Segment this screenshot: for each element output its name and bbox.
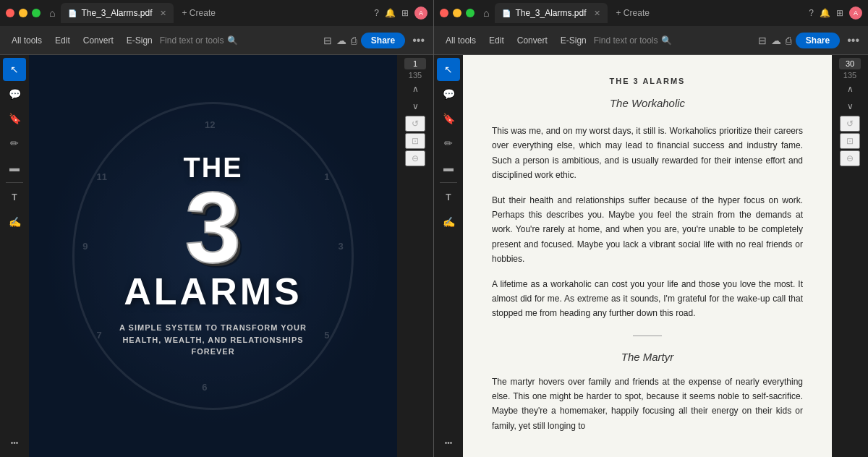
left-new-tab-label: + Create xyxy=(182,8,216,18)
right-more-tools[interactable]: ••• xyxy=(437,431,460,454)
right-comment-tool[interactable]: 💬 xyxy=(437,82,460,106)
left-cursor-tool[interactable]: ↖ xyxy=(3,58,26,81)
chapter-title: THE 3 ALARMS xyxy=(492,77,803,85)
right-all-tools-label: All tools xyxy=(446,35,476,46)
left-share-button[interactable]: Share xyxy=(361,33,405,48)
left-redact-tool[interactable]: ▬ xyxy=(3,156,26,179)
right-cloud-icon[interactable]: ☁ xyxy=(771,35,781,46)
cover-number: 3 xyxy=(112,181,315,273)
left-comment-tool[interactable]: 💬 xyxy=(3,82,26,106)
left-zoom-btn[interactable]: ⊖ xyxy=(405,150,425,166)
left-freehand-tool[interactable]: ✍ xyxy=(3,210,26,234)
right-freehand-tool[interactable]: ✍ xyxy=(437,210,460,234)
right-current-page[interactable]: 30 xyxy=(839,58,861,69)
left-side-tools: ↖ 💬 🔖 ✏ ▬ T ✍ ••• xyxy=(0,55,29,457)
right-page-controls: 30 135 ∧ ∨ ↺ ⊡ ⊖ xyxy=(832,55,868,457)
right-zoom-btn[interactable]: ⊖ xyxy=(840,150,860,166)
left-print-icon[interactable]: ⎙ xyxy=(351,35,357,46)
maximize-button[interactable] xyxy=(32,9,41,17)
right-fit-btn[interactable]: ⊡ xyxy=(840,133,860,149)
right-maximize-button[interactable] xyxy=(466,9,475,17)
left-search-icon: 🔍 xyxy=(227,35,238,46)
right-find-label: Find text or tools xyxy=(594,35,658,46)
right-print-icon[interactable]: ⎙ xyxy=(786,35,791,46)
left-cloud-icon[interactable]: ☁ xyxy=(336,35,346,46)
home-icon[interactable]: ⌂ xyxy=(49,7,55,19)
right-share-button[interactable]: Share xyxy=(796,33,840,48)
right-more-button[interactable]: ••• xyxy=(844,31,862,50)
right-convert-button[interactable]: Convert xyxy=(511,33,553,48)
right-apps-icon[interactable]: ⊞ xyxy=(836,8,843,18)
left-fit-btn[interactable]: ⊡ xyxy=(405,133,425,149)
left-all-tools-button[interactable]: All tools xyxy=(6,33,48,48)
left-esign-button[interactable]: E-Sign xyxy=(121,33,158,48)
left-all-tools-label: All tools xyxy=(12,35,42,46)
left-toolbar: All tools Edit Convert E-Sign Find text … xyxy=(0,26,433,55)
left-page-up[interactable]: ∧ xyxy=(405,81,425,97)
right-text-area: THE 3 ALARMS The Workaholic This was me,… xyxy=(463,55,832,457)
right-page-up[interactable]: ∧ xyxy=(840,81,860,97)
right-refresh-btn[interactable]: ↺ xyxy=(840,116,860,132)
left-page-down[interactable]: ∨ xyxy=(405,98,425,114)
right-bookmark-tool[interactable]: 🔖 xyxy=(437,107,460,130)
help-icon[interactable]: ? xyxy=(374,8,379,18)
apps-icon[interactable]: ⊞ xyxy=(401,8,409,18)
left-more-tools[interactable]: ••• xyxy=(3,431,26,454)
right-tab-active[interactable]: 📄 The_3_Alarms.pdf ✕ xyxy=(495,3,607,23)
right-help-icon[interactable]: ? xyxy=(809,8,814,18)
right-side-tools: ↖ 💬 🔖 ✏ ▬ T ✍ ••• xyxy=(434,55,463,457)
right-avatar[interactable]: A xyxy=(849,7,862,20)
left-tool-divider xyxy=(6,182,23,183)
right-edit-button[interactable]: Edit xyxy=(483,33,510,48)
left-esign-label: E-Sign xyxy=(127,35,153,46)
section-divider xyxy=(633,336,662,336)
right-text-tool[interactable]: T xyxy=(437,186,460,209)
right-pane: ⌂ 📄 The_3_Alarms.pdf ✕ + Create ? 🔔 ⊞ A … xyxy=(434,0,868,457)
paragraph-1: This was me, and on my worst days, it st… xyxy=(492,124,803,183)
left-search-area[interactable]: Find text or tools 🔍 xyxy=(160,35,238,46)
close-button[interactable] xyxy=(6,9,14,17)
right-notification-icon[interactable]: 🔔 xyxy=(820,8,830,18)
left-text-tool[interactable]: T xyxy=(3,186,26,209)
left-bookmark-tool[interactable]: 🔖 xyxy=(3,107,26,130)
right-highlight-tool[interactable]: ✏ xyxy=(437,132,460,155)
right-redact-tool[interactable]: ▬ xyxy=(437,156,460,179)
left-edit-button[interactable]: Edit xyxy=(49,33,76,48)
right-minimize-button[interactable] xyxy=(453,9,461,17)
right-tab-close[interactable]: ✕ xyxy=(594,9,600,18)
right-search-area[interactable]: Find text or tools 🔍 xyxy=(594,35,672,46)
left-more-button[interactable]: ••• xyxy=(409,31,427,50)
left-tab-active[interactable]: 📄 The_3_Alarms.pdf ✕ xyxy=(61,3,173,23)
left-panel-icon[interactable]: ⊟ xyxy=(323,35,332,46)
right-all-tools-button[interactable]: All tools xyxy=(440,33,482,48)
minimize-button[interactable] xyxy=(19,9,27,17)
right-convert-label: Convert xyxy=(517,35,548,46)
left-new-tab[interactable]: + Create xyxy=(176,8,221,18)
paragraph-2: But their health and relationships suffe… xyxy=(492,193,803,267)
section1-title: The Workaholic xyxy=(492,97,803,109)
book-cover: 12 1 3 5 6 7 9 11 THE xyxy=(29,55,397,457)
notification-icon[interactable]: 🔔 xyxy=(385,8,396,18)
left-tab-close[interactable]: ✕ xyxy=(160,9,166,18)
right-esign-button[interactable]: E-Sign xyxy=(555,33,592,48)
right-tool-divider xyxy=(440,182,457,183)
right-close-button[interactable] xyxy=(440,9,448,17)
right-share-label: Share xyxy=(806,35,830,46)
left-refresh-btn[interactable]: ↺ xyxy=(405,116,425,132)
left-convert-button[interactable]: Convert xyxy=(77,33,119,48)
right-page-down[interactable]: ∨ xyxy=(840,98,860,114)
left-convert-label: Convert xyxy=(83,35,114,46)
right-cursor-tool[interactable]: ↖ xyxy=(437,58,460,81)
left-content-area: ↖ 💬 🔖 ✏ ▬ T ✍ ••• xyxy=(0,55,433,457)
left-highlight-tool[interactable]: ✏ xyxy=(3,132,26,155)
avatar[interactable]: A xyxy=(414,7,427,20)
left-find-label: Find text or tools xyxy=(160,35,224,46)
right-home-icon[interactable]: ⌂ xyxy=(483,7,489,19)
right-toolbar: All tools Edit Convert E-Sign Find text … xyxy=(434,26,868,55)
right-new-tab[interactable]: + Create xyxy=(610,8,655,18)
left-pdf-scroll[interactable]: 12 1 3 5 6 7 9 11 THE xyxy=(29,55,397,457)
right-esign-label: E-Sign xyxy=(561,35,587,46)
left-current-page[interactable]: 1 xyxy=(404,58,426,69)
right-panel-icon[interactable]: ⊟ xyxy=(758,35,767,46)
cover-subtitle: A SIMPLE SYSTEM TO TRANSFORM YOUR HEALTH… xyxy=(112,322,315,358)
